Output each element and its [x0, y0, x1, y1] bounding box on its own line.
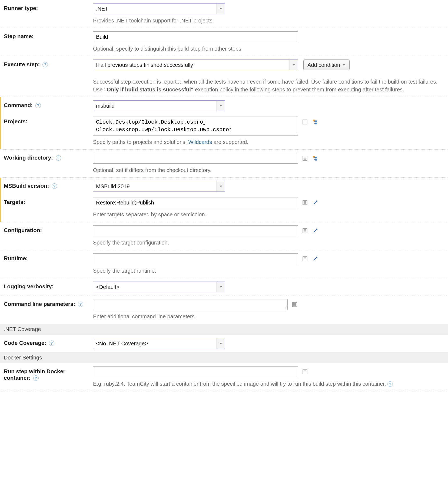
- help-icon[interactable]: ?: [35, 103, 41, 108]
- docker-container-hint: E.g. ruby:2.4. TeamCity will start a con…: [93, 380, 443, 388]
- help-icon[interactable]: ?: [49, 341, 54, 346]
- command-value: msbuild: [93, 101, 217, 111]
- tree-picker-icon[interactable]: [312, 155, 318, 161]
- list-icon[interactable]: [302, 227, 308, 234]
- section-net-coverage: .NET Coverage: [0, 324, 448, 335]
- wand-icon[interactable]: [312, 256, 318, 262]
- targets-input[interactable]: [93, 197, 298, 208]
- cmdline-params-input[interactable]: [93, 299, 288, 310]
- row-logging-verbosity: Logging verbosity: <Default>: [0, 278, 448, 296]
- chevron-down-icon: [217, 338, 225, 349]
- build-step-form: Runner type: .NET Provides .NET toolchai…: [0, 0, 448, 391]
- runner-type-select[interactable]: .NET: [93, 3, 225, 14]
- working-directory-hint: Optional, set if differs from the checko…: [93, 166, 443, 174]
- runner-type-value: .NET: [93, 4, 217, 14]
- add-condition-label: Add condition: [307, 62, 340, 68]
- targets-hint: Enter targets separated by space or semi…: [93, 211, 443, 219]
- row-targets: Targets: Enter targets separated by spac…: [0, 197, 448, 222]
- logging-verbosity-select[interactable]: <Default>: [93, 282, 225, 292]
- row-runtime: Runtime: Specify the target runtime.: [0, 250, 448, 278]
- wand-icon[interactable]: [312, 227, 318, 234]
- wand-icon[interactable]: [312, 199, 318, 206]
- execute-step-label: Execute step:: [4, 61, 40, 67]
- command-select[interactable]: msbuild: [93, 100, 225, 111]
- logging-verbosity-label: Logging verbosity:: [4, 282, 93, 292]
- configuration-input[interactable]: [93, 225, 298, 236]
- help-icon[interactable]: ?: [33, 375, 39, 381]
- command-label: Command:: [4, 102, 33, 108]
- projects-textarea[interactable]: Clock.Desktop/Clock.Desktop.csproj Clock…: [93, 117, 298, 136]
- runtime-hint: Specify the target runtime.: [93, 267, 443, 275]
- row-configuration: Configuration: Specify the target config…: [0, 222, 448, 250]
- chevron-down-icon: [217, 282, 225, 292]
- targets-label: Targets:: [4, 197, 93, 219]
- cmdline-params-label: Command line parameters:: [4, 301, 75, 307]
- runtime-label: Runtime:: [4, 253, 93, 275]
- working-directory-label: Working directory:: [4, 154, 53, 161]
- code-coverage-label: Code Coverage:: [4, 340, 46, 346]
- configuration-hint: Specify the target configuration.: [93, 239, 443, 247]
- step-name-input[interactable]: [93, 31, 298, 42]
- list-icon[interactable]: [302, 369, 308, 375]
- docker-container-input[interactable]: [93, 366, 298, 377]
- msbuild-version-value: MSBuild 2019: [93, 181, 217, 191]
- row-docker-container: Run step within Docker container: ? E.g.…: [0, 363, 448, 391]
- execute-step-hint: Successful step execution is reported wh…: [93, 78, 443, 94]
- execute-step-value: If all previous steps finished successfu…: [93, 60, 290, 70]
- row-working-directory: Working directory: ? Optional, set if di…: [0, 150, 448, 178]
- row-cmdline-params: Command line parameters: ? Enter additio…: [0, 296, 448, 324]
- runtime-input[interactable]: [93, 253, 298, 264]
- row-command: Command: ? msbuild: [0, 97, 448, 117]
- resize-handle-icon[interactable]: [283, 306, 288, 310]
- chevron-down-icon: [342, 64, 346, 66]
- row-runner-type: Runner type: .NET Provides .NET toolchai…: [0, 0, 448, 28]
- step-name-hint: Optional, specify to distinguish this bu…: [93, 45, 443, 53]
- runner-type-hint: Provides .NET toolchain support for .NET…: [93, 17, 443, 25]
- section-docker: Docker Settings: [0, 352, 448, 363]
- step-name-label: Step name:: [4, 31, 93, 53]
- list-icon[interactable]: [302, 119, 308, 125]
- projects-hint: Specify paths to projects and solutions.…: [93, 138, 443, 146]
- help-icon[interactable]: ?: [42, 62, 48, 67]
- list-icon[interactable]: [291, 301, 298, 308]
- chevron-down-icon: [217, 181, 225, 191]
- help-icon[interactable]: ?: [52, 183, 57, 189]
- configuration-label: Configuration:: [4, 225, 93, 247]
- code-coverage-select[interactable]: <No .NET Coverage>: [93, 338, 225, 349]
- wildcards-link[interactable]: Wildcards: [188, 139, 212, 145]
- projects-label: Projects:: [4, 117, 93, 146]
- msbuild-version-select[interactable]: MSBuild 2019: [93, 181, 225, 192]
- row-step-name: Step name: Optional, specify to distingu…: [0, 28, 448, 56]
- logging-verbosity-value: <Default>: [93, 282, 217, 292]
- execute-step-select[interactable]: If all previous steps finished successfu…: [93, 60, 298, 70]
- help-icon[interactable]: ?: [387, 381, 393, 387]
- code-coverage-value: <No .NET Coverage>: [93, 338, 217, 349]
- list-icon[interactable]: [302, 155, 308, 161]
- chevron-down-icon: [217, 101, 225, 111]
- cmdline-params-hint: Enter additional command line parameters…: [93, 313, 443, 321]
- tree-picker-icon[interactable]: [312, 119, 318, 125]
- add-condition-button[interactable]: Add condition: [303, 60, 350, 70]
- list-icon[interactable]: [302, 256, 308, 262]
- row-execute-step: Execute step: ? If all previous steps fi…: [0, 56, 448, 97]
- row-code-coverage: Code Coverage: ? <No .NET Coverage>: [0, 335, 448, 352]
- working-directory-input[interactable]: [93, 153, 298, 164]
- row-projects: Projects: Clock.Desktop/Clock.Desktop.cs…: [0, 117, 448, 150]
- chevron-down-icon: [290, 60, 298, 70]
- runner-type-label: Runner type:: [4, 3, 93, 25]
- chevron-down-icon: [217, 4, 225, 14]
- help-icon[interactable]: ?: [56, 155, 61, 161]
- help-icon[interactable]: ?: [78, 302, 83, 307]
- row-msbuild-version: MSBuild version: ? MSBuild 2019: [0, 178, 448, 197]
- list-icon[interactable]: [302, 199, 308, 206]
- msbuild-version-label: MSBuild version:: [4, 183, 49, 189]
